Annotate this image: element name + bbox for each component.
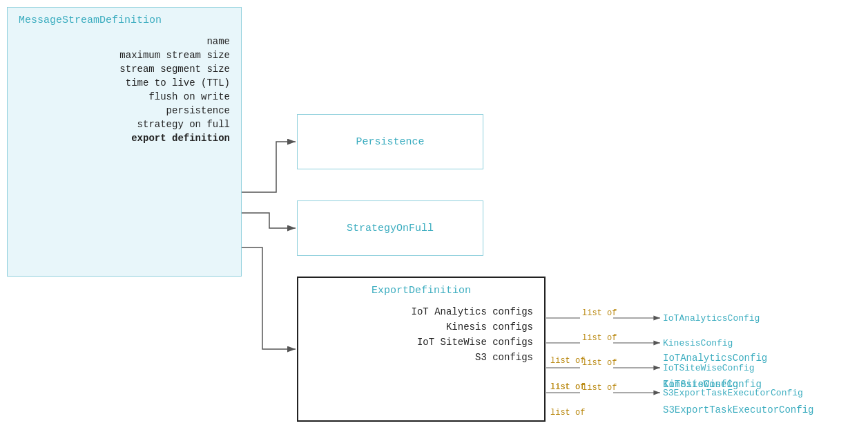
strategy-box-title: StrategyOnFull <box>347 223 434 234</box>
field-persistence: persistence <box>166 105 230 116</box>
svg-text:list of: list of <box>582 333 617 343</box>
target-iot-analytics: IoTAnalyticsConfig <box>663 353 767 364</box>
export-field-kinesis: Kinesis configs <box>446 321 533 333</box>
strategy-box: StrategyOnFull <box>297 200 483 256</box>
target-sitewise: IoTSiteWiseConfig <box>663 379 762 390</box>
target-s3: S3ExportTaskExecutorConfig <box>663 404 813 415</box>
persistence-box: Persistence <box>297 114 483 169</box>
field-name: name <box>206 36 230 47</box>
persistence-box-title: Persistence <box>356 136 424 148</box>
svg-text:list of: list of <box>582 358 617 368</box>
svg-text:list of: list of <box>582 383 617 393</box>
main-box-fields: name maximum stream size stream segment … <box>19 36 230 144</box>
list-of-s3: list of <box>550 408 585 418</box>
export-box-fields: IoT Analytics configs Kinesis configs Io… <box>309 306 533 363</box>
svg-text:KinesisConfig: KinesisConfig <box>663 338 733 348</box>
export-field-s3: S3 configs <box>475 352 533 363</box>
field-flush-on-write: flush on write <box>148 91 230 102</box>
export-field-iot-analytics: IoT Analytics configs <box>412 306 533 317</box>
svg-text:list of: list of <box>582 308 617 318</box>
diagram: MessageStreamDefinition name maximum str… <box>0 0 868 430</box>
field-export-definition: export definition <box>131 133 230 144</box>
list-of-iot-analytics: list of <box>550 356 585 366</box>
main-box: MessageStreamDefinition name maximum str… <box>7 7 242 277</box>
field-max-stream-size: maximum stream size <box>119 50 230 61</box>
main-box-title: MessageStreamDefinition <box>19 15 230 26</box>
field-ttl: time to live (TTL) <box>126 77 230 88</box>
export-box-title: ExportDefinition <box>309 285 533 297</box>
list-of-sitewise: list of <box>550 382 585 392</box>
export-field-sitewise: IoT SiteWise configs <box>417 337 533 348</box>
svg-text:IoTAnalyticsConfig: IoTAnalyticsConfig <box>663 313 760 324</box>
export-box: ExportDefinition IoT Analytics configs K… <box>297 277 546 422</box>
field-stream-segment-size: stream segment size <box>119 64 230 75</box>
field-strategy-on-full: strategy on full <box>137 119 230 130</box>
svg-text:IoTSiteWiseConfig: IoTSiteWiseConfig <box>663 363 755 373</box>
